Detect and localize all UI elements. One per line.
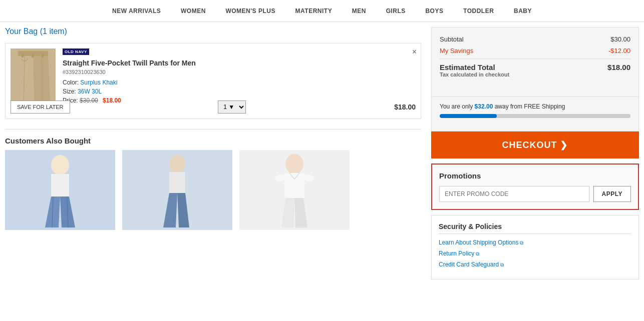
svg-rect-8 — [42, 54, 44, 58]
shipping-message: You are only $32.00 away from FREE Shipp… — [440, 103, 630, 110]
also-bought-grid — [5, 150, 421, 230]
nav-men[interactable]: MEN — [352, 8, 366, 14]
svg-rect-23 — [284, 173, 304, 198]
nav-maternity[interactable]: MATERNITY — [295, 8, 333, 14]
checkout-button[interactable]: CHECKOUT ❯ — [431, 132, 639, 158]
savings-label: My Savings — [440, 47, 473, 54]
shipping-options-link[interactable]: Learn About Shipping Options — [439, 239, 631, 246]
return-policy-link[interactable]: Return Policy — [439, 250, 631, 257]
bag-title: Your Bag (1 item) — [5, 27, 421, 36]
total-value: $18.00 — [607, 63, 630, 84]
main-navigation: NEW ARRIVALS WOMEN WOMEN'S PLUS MATERNIT… — [0, 0, 644, 22]
svg-point-10 — [51, 155, 69, 175]
progress-fill — [440, 114, 497, 118]
svg-rect-6 — [22, 54, 24, 58]
nav-toddler[interactable]: TODDLER — [463, 8, 494, 14]
also-bought-item-3[interactable] — [239, 150, 350, 230]
item-size: Size: 36W 30L — [63, 88, 416, 95]
order-summary-panel: Subtotal $30.00 My Savings -$12.00 Estim… — [431, 22, 639, 280]
nav-new-arrivals[interactable]: NEW ARRIVALS — [112, 8, 161, 14]
promo-row: APPLY — [439, 186, 631, 202]
also-bought-item-1[interactable] — [5, 150, 115, 230]
item-sku: #3392310023630 — [63, 69, 416, 75]
also-bought-title: Customers Also Bought — [5, 129, 421, 145]
subtotal-label: Subtotal — [440, 36, 464, 43]
svg-point-22 — [285, 154, 303, 174]
save-for-later-button[interactable]: SAVE FOR LATER — [11, 100, 70, 114]
remove-item-button[interactable]: × — [412, 48, 417, 56]
promo-code-input[interactable] — [439, 186, 589, 202]
nav-women[interactable]: WOMEN — [181, 8, 206, 14]
order-summary: Subtotal $30.00 My Savings -$12.00 Estim… — [431, 27, 639, 97]
tax-note: Tax calculated in checkout — [440, 72, 509, 78]
total-row: Estimated Total Tax calculated in checko… — [440, 58, 630, 84]
svg-rect-18 — [169, 172, 185, 193]
item-color: Color: Surplus Khaki — [63, 79, 416, 86]
nav-girls[interactable]: GIRLS — [386, 8, 406, 14]
nav-boys[interactable]: BOYS — [425, 8, 443, 14]
size-link[interactable]: 36W 30L — [78, 88, 102, 95]
savings-value: -$12.00 — [608, 47, 630, 54]
shipping-progress-bar — [440, 114, 630, 118]
nav-womens-plus[interactable]: WOMEN'S PLUS — [225, 8, 275, 14]
also-bought-section: Customers Also Bought — [5, 129, 421, 230]
brand-badge: OLD NAVY — [63, 48, 89, 55]
quantity-select[interactable]: 1 ▼ 2 3 — [218, 100, 246, 114]
cart-left-panel: Your Bag (1 item) — [5, 22, 421, 280]
svg-rect-11 — [51, 174, 69, 196]
cart-item: OLD NAVY Straight Five-Pocket Twill Pant… — [5, 43, 421, 119]
total-label: Estimated Total — [440, 63, 509, 72]
item-details: OLD NAVY Straight Five-Pocket Twill Pant… — [63, 48, 416, 106]
svg-rect-7 — [32, 54, 34, 58]
shipping-amount: $32.00 — [475, 103, 493, 110]
security-policies-section: Security & Policies Learn About Shipping… — [431, 215, 639, 280]
shipping-progress: You are only $32.00 away from FREE Shipp… — [431, 97, 639, 132]
subtotal-value: $30.00 — [610, 36, 630, 43]
item-name: Straight Five-Pocket Twill Pants for Men — [63, 59, 416, 67]
security-title: Security & Policies — [439, 222, 631, 234]
subtotal-row: Subtotal $30.00 — [440, 36, 630, 43]
apply-promo-button[interactable]: APPLY — [593, 186, 631, 202]
savings-row: My Savings -$12.00 — [440, 47, 630, 54]
promotions-title: Promotions — [439, 172, 631, 180]
item-total: $18.00 — [394, 103, 416, 111]
promotions-section: Promotions APPLY — [431, 164, 639, 210]
svg-point-17 — [169, 155, 185, 173]
color-link[interactable]: Surplus Khaki — [80, 79, 117, 86]
nav-baby[interactable]: BABY — [514, 8, 532, 14]
credit-card-safeguard-link[interactable]: Credit Card Safeguard — [439, 261, 631, 268]
also-bought-item-2[interactable] — [122, 150, 232, 230]
